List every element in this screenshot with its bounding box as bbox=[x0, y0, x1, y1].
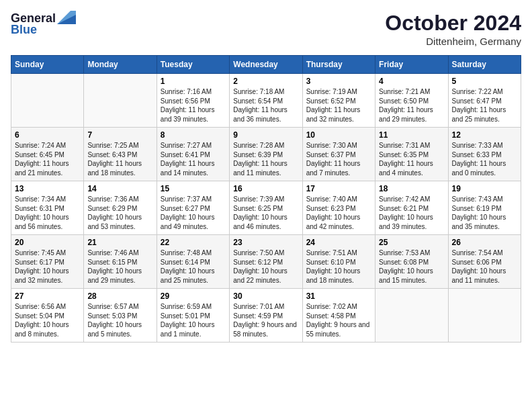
calendar-cell: 29Sunrise: 6:59 AM Sunset: 5:01 PM Dayli… bbox=[157, 289, 229, 342]
calendar-cell bbox=[11, 74, 84, 128]
day-info: Sunrise: 7:48 AM Sunset: 6:14 PM Dayligh… bbox=[161, 248, 226, 285]
title-block: October 2024 Dittenheim, Germany bbox=[385, 11, 521, 47]
calendar-cell: 3Sunrise: 7:19 AM Sunset: 6:52 PM Daylig… bbox=[302, 74, 375, 128]
day-number: 11 bbox=[379, 130, 444, 140]
calendar-cell: 27Sunrise: 6:56 AM Sunset: 5:04 PM Dayli… bbox=[11, 289, 84, 342]
calendar-cell: 28Sunrise: 6:57 AM Sunset: 5:03 PM Dayli… bbox=[84, 289, 157, 342]
day-number: 9 bbox=[233, 130, 298, 140]
weekday-header-sunday: Sunday bbox=[11, 56, 84, 74]
day-info: Sunrise: 7:16 AM Sunset: 6:56 PM Dayligh… bbox=[161, 87, 226, 124]
day-number: 17 bbox=[306, 184, 371, 193]
day-info: Sunrise: 7:36 AM Sunset: 6:29 PM Dayligh… bbox=[87, 195, 152, 231]
calendar-cell: 9Sunrise: 7:28 AM Sunset: 6:39 PM Daylig… bbox=[230, 128, 302, 181]
day-info: Sunrise: 7:18 AM Sunset: 6:54 PM Dayligh… bbox=[233, 87, 298, 124]
day-number: 18 bbox=[379, 184, 444, 193]
location-subtitle: Dittenheim, Germany bbox=[385, 36, 521, 47]
calendar-cell: 31Sunrise: 7:02 AM Sunset: 4:58 PM Dayli… bbox=[302, 289, 375, 342]
day-info: Sunrise: 7:28 AM Sunset: 6:39 PM Dayligh… bbox=[233, 141, 298, 177]
calendar-cell: 6Sunrise: 7:24 AM Sunset: 6:45 PM Daylig… bbox=[11, 128, 84, 181]
day-info: Sunrise: 7:19 AM Sunset: 6:52 PM Dayligh… bbox=[306, 87, 371, 124]
page-header: General Blue October 2024 Dittenheim, Ge… bbox=[11, 11, 521, 47]
day-number: 29 bbox=[161, 291, 226, 301]
day-number: 4 bbox=[379, 77, 444, 86]
day-number: 14 bbox=[87, 184, 152, 193]
calendar-cell: 21Sunrise: 7:46 AM Sunset: 6:15 PM Dayli… bbox=[84, 235, 157, 289]
day-info: Sunrise: 7:02 AM Sunset: 4:58 PM Dayligh… bbox=[306, 302, 371, 338]
day-number: 28 bbox=[87, 291, 152, 301]
calendar-week-4: 20Sunrise: 7:45 AM Sunset: 6:17 PM Dayli… bbox=[11, 235, 521, 289]
weekday-header-tuesday: Tuesday bbox=[157, 56, 229, 74]
day-info: Sunrise: 6:59 AM Sunset: 5:01 PM Dayligh… bbox=[161, 302, 226, 338]
day-info: Sunrise: 7:30 AM Sunset: 6:37 PM Dayligh… bbox=[306, 141, 371, 177]
day-info: Sunrise: 7:25 AM Sunset: 6:43 PM Dayligh… bbox=[87, 141, 152, 177]
logo: General Blue bbox=[11, 11, 76, 37]
calendar-cell: 18Sunrise: 7:42 AM Sunset: 6:21 PM Dayli… bbox=[375, 181, 448, 235]
day-number: 21 bbox=[87, 238, 152, 247]
day-number: 10 bbox=[306, 130, 371, 140]
weekday-header-row: SundayMondayTuesdayWednesdayThursdayFrid… bbox=[11, 56, 521, 74]
calendar-cell: 5Sunrise: 7:22 AM Sunset: 6:47 PM Daylig… bbox=[448, 74, 521, 128]
calendar-cell: 12Sunrise: 7:33 AM Sunset: 6:33 PM Dayli… bbox=[448, 128, 521, 181]
day-number: 8 bbox=[161, 130, 226, 140]
calendar-cell: 7Sunrise: 7:25 AM Sunset: 6:43 PM Daylig… bbox=[84, 128, 157, 181]
day-info: Sunrise: 6:56 AM Sunset: 5:04 PM Dayligh… bbox=[15, 302, 80, 338]
day-number: 12 bbox=[452, 130, 517, 140]
calendar-week-3: 13Sunrise: 7:34 AM Sunset: 6:31 PM Dayli… bbox=[11, 181, 521, 235]
day-number: 26 bbox=[452, 238, 517, 247]
day-info: Sunrise: 7:31 AM Sunset: 6:35 PM Dayligh… bbox=[379, 141, 444, 177]
calendar-cell: 26Sunrise: 7:54 AM Sunset: 6:06 PM Dayli… bbox=[448, 235, 521, 289]
day-number: 13 bbox=[15, 184, 80, 193]
calendar-cell bbox=[84, 74, 157, 128]
weekday-header-wednesday: Wednesday bbox=[230, 56, 302, 74]
day-number: 23 bbox=[233, 238, 298, 247]
day-number: 16 bbox=[233, 184, 298, 193]
day-number: 25 bbox=[379, 238, 444, 247]
logo-blue: Blue bbox=[11, 23, 37, 37]
calendar-cell: 1Sunrise: 7:16 AM Sunset: 6:56 PM Daylig… bbox=[157, 74, 229, 128]
calendar-cell: 23Sunrise: 7:50 AM Sunset: 6:12 PM Dayli… bbox=[230, 235, 302, 289]
calendar-cell bbox=[375, 289, 448, 342]
day-info: Sunrise: 7:01 AM Sunset: 4:59 PM Dayligh… bbox=[233, 302, 298, 338]
day-number: 5 bbox=[452, 77, 517, 86]
calendar-cell: 30Sunrise: 7:01 AM Sunset: 4:59 PM Dayli… bbox=[230, 289, 302, 342]
day-number: 3 bbox=[306, 77, 371, 86]
day-info: Sunrise: 7:34 AM Sunset: 6:31 PM Dayligh… bbox=[15, 195, 80, 231]
day-info: Sunrise: 7:37 AM Sunset: 6:27 PM Dayligh… bbox=[161, 195, 226, 231]
day-info: Sunrise: 7:50 AM Sunset: 6:12 PM Dayligh… bbox=[233, 248, 298, 285]
day-info: Sunrise: 7:39 AM Sunset: 6:25 PM Dayligh… bbox=[233, 195, 298, 231]
month-title: October 2024 bbox=[385, 11, 521, 36]
calendar-cell: 24Sunrise: 7:51 AM Sunset: 6:10 PM Dayli… bbox=[302, 235, 375, 289]
day-info: Sunrise: 7:43 AM Sunset: 6:19 PM Dayligh… bbox=[452, 195, 517, 231]
calendar-cell: 15Sunrise: 7:37 AM Sunset: 6:27 PM Dayli… bbox=[157, 181, 229, 235]
day-number: 1 bbox=[161, 77, 226, 86]
day-info: Sunrise: 7:45 AM Sunset: 6:17 PM Dayligh… bbox=[15, 248, 80, 285]
day-number: 27 bbox=[15, 291, 80, 301]
calendar-cell bbox=[448, 289, 521, 342]
calendar-cell: 2Sunrise: 7:18 AM Sunset: 6:54 PM Daylig… bbox=[230, 74, 302, 128]
day-number: 2 bbox=[233, 77, 298, 86]
weekday-header-friday: Friday bbox=[375, 56, 448, 74]
calendar-week-5: 27Sunrise: 6:56 AM Sunset: 5:04 PM Dayli… bbox=[11, 289, 521, 342]
calendar-table: SundayMondayTuesdayWednesdayThursdayFrid… bbox=[11, 55, 521, 342]
day-number: 15 bbox=[161, 184, 226, 193]
day-info: Sunrise: 7:51 AM Sunset: 6:10 PM Dayligh… bbox=[306, 248, 371, 285]
calendar-cell: 19Sunrise: 7:43 AM Sunset: 6:19 PM Dayli… bbox=[448, 181, 521, 235]
calendar-cell: 22Sunrise: 7:48 AM Sunset: 6:14 PM Dayli… bbox=[157, 235, 229, 289]
calendar-cell: 16Sunrise: 7:39 AM Sunset: 6:25 PM Dayli… bbox=[230, 181, 302, 235]
weekday-header-monday: Monday bbox=[84, 56, 157, 74]
day-number: 24 bbox=[306, 238, 371, 247]
day-info: Sunrise: 6:57 AM Sunset: 5:03 PM Dayligh… bbox=[87, 302, 152, 338]
day-info: Sunrise: 7:40 AM Sunset: 6:23 PM Dayligh… bbox=[306, 195, 371, 231]
calendar-cell: 17Sunrise: 7:40 AM Sunset: 6:23 PM Dayli… bbox=[302, 181, 375, 235]
day-info: Sunrise: 7:27 AM Sunset: 6:41 PM Dayligh… bbox=[161, 141, 226, 177]
day-number: 6 bbox=[15, 130, 80, 140]
weekday-header-saturday: Saturday bbox=[448, 56, 521, 74]
calendar-cell: 14Sunrise: 7:36 AM Sunset: 6:29 PM Dayli… bbox=[84, 181, 157, 235]
day-info: Sunrise: 7:24 AM Sunset: 6:45 PM Dayligh… bbox=[15, 141, 80, 177]
calendar-cell: 4Sunrise: 7:21 AM Sunset: 6:50 PM Daylig… bbox=[375, 74, 448, 128]
day-info: Sunrise: 7:22 AM Sunset: 6:47 PM Dayligh… bbox=[452, 87, 517, 124]
day-number: 31 bbox=[306, 291, 371, 301]
day-number: 30 bbox=[233, 291, 298, 301]
calendar-cell: 20Sunrise: 7:45 AM Sunset: 6:17 PM Dayli… bbox=[11, 235, 84, 289]
logo-icon bbox=[57, 11, 76, 24]
